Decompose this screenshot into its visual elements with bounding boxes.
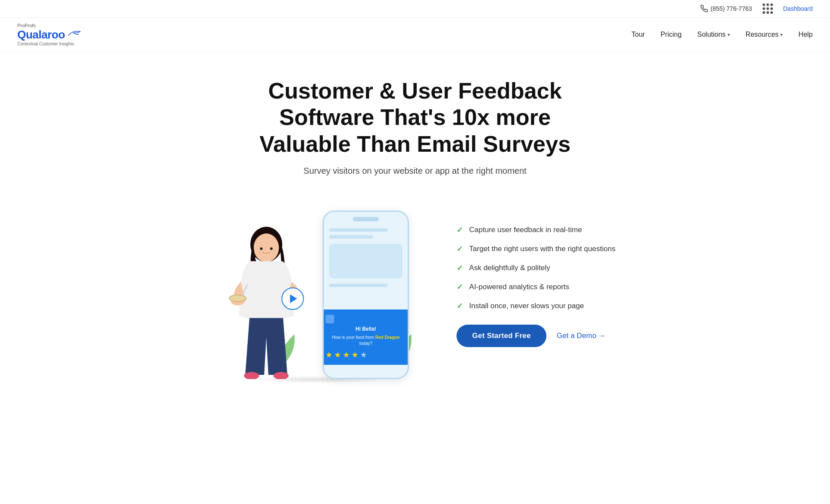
feature-item-5: ✓ Install once, never slows your page <box>456 301 615 311</box>
dashboard-link[interactable]: Dashboard <box>783 5 813 12</box>
hero-content: Hi Bella! How is your food from Red Drag… <box>156 193 674 379</box>
apps-grid-icon[interactable] <box>763 3 773 14</box>
survey-stars: ★ ★ ★ ★ ★ <box>326 350 406 360</box>
cta-area: Get Started Free Get a Demo → <box>456 325 606 347</box>
logo-bird-icon <box>66 29 81 39</box>
phone-notch <box>353 217 379 221</box>
survey-highlight: Red Dragon <box>375 335 400 340</box>
phone-text: (855) 776-7763 <box>711 5 752 12</box>
feature-item-2: ✓ Target the right users with the right … <box>456 244 615 254</box>
features-cta-area: ✓ Capture user feedback in real-time ✓ T… <box>456 225 615 347</box>
solutions-chevron-icon: ▾ <box>728 32 730 38</box>
star-5: ★ <box>360 350 367 360</box>
nav-tour[interactable]: Tour <box>632 31 645 38</box>
feature-item-1: ✓ Capture user feedback in real-time <box>456 225 615 235</box>
proprofs-label: ProProfs <box>17 23 81 28</box>
phone-line-2 <box>329 235 373 239</box>
hero-illustration: Hi Bella! How is your food from Red Drag… <box>214 193 422 379</box>
play-triangle-icon <box>290 294 297 303</box>
svg-point-2 <box>254 233 279 262</box>
check-icon-1: ✓ <box>456 225 463 235</box>
phone-shell: Hi Bella! How is your food from Red Drag… <box>322 211 409 379</box>
hero-title: Customer & User Feedback Software That's… <box>238 78 592 157</box>
features-list: ✓ Capture user feedback in real-time ✓ T… <box>456 225 615 311</box>
get-started-button[interactable]: Get Started Free <box>456 325 546 347</box>
survey-question: How is your food from Red Dragon today? <box>326 335 406 347</box>
svg-point-8 <box>260 247 263 250</box>
svg-point-9 <box>270 247 273 250</box>
resources-chevron-icon: ▾ <box>780 32 783 38</box>
feature-item-3: ✓ Ask delightfully & politely <box>456 263 615 273</box>
survey-icon <box>326 315 334 323</box>
check-icon-2: ✓ <box>456 244 463 254</box>
feature-item-4: ✓ AI-powered analytics & reports <box>456 282 615 292</box>
check-icon-4: ✓ <box>456 282 463 292</box>
top-bar: (855) 776-7763 Dashboard <box>0 0 830 18</box>
logo-name: Qualaroo <box>17 28 65 41</box>
star-3: ★ <box>343 350 350 360</box>
star-1: ★ <box>326 350 332 360</box>
star-4: ★ <box>351 350 358 360</box>
svg-point-0 <box>79 31 80 32</box>
hero-section: Customer & User Feedback Software That's… <box>0 52 830 388</box>
phone-number: (855) 776-7763 <box>700 5 752 13</box>
star-2: ★ <box>334 350 341 360</box>
phone-icon <box>700 5 708 13</box>
check-icon-3: ✓ <box>456 263 463 273</box>
get-demo-button[interactable]: Get a Demo → <box>557 332 606 340</box>
svg-point-4 <box>230 295 246 302</box>
phone-screen <box>324 225 408 290</box>
logo[interactable]: ProProfs Qualaroo Contextual Customer In… <box>17 23 81 46</box>
survey-popup: Hi Bella! How is your food from Red Drag… <box>322 309 409 365</box>
phone-line-1 <box>329 228 388 232</box>
nav-resources[interactable]: Resources ▾ <box>746 31 783 38</box>
nav-solutions[interactable]: Solutions ▾ <box>697 31 730 38</box>
logo-tagline: Contextual Customer Insights <box>17 41 81 46</box>
survey-greeting: Hi Bella! <box>326 326 406 332</box>
header: ProProfs Qualaroo Contextual Customer In… <box>0 18 830 52</box>
check-icon-5: ✓ <box>456 301 463 311</box>
phone-mockup: Hi Bella! How is your food from Red Drag… <box>322 211 409 379</box>
nav-pricing[interactable]: Pricing <box>661 31 682 38</box>
main-nav: Tour Pricing Solutions ▾ Resources ▾ Hel… <box>632 31 813 38</box>
logo-main: Qualaroo <box>17 28 81 41</box>
nav-help[interactable]: Help <box>798 31 813 38</box>
hero-subtitle: Survey visitors on your website or app a… <box>303 166 527 176</box>
phone-content-box <box>329 244 402 278</box>
phone-line-3 <box>329 284 388 287</box>
